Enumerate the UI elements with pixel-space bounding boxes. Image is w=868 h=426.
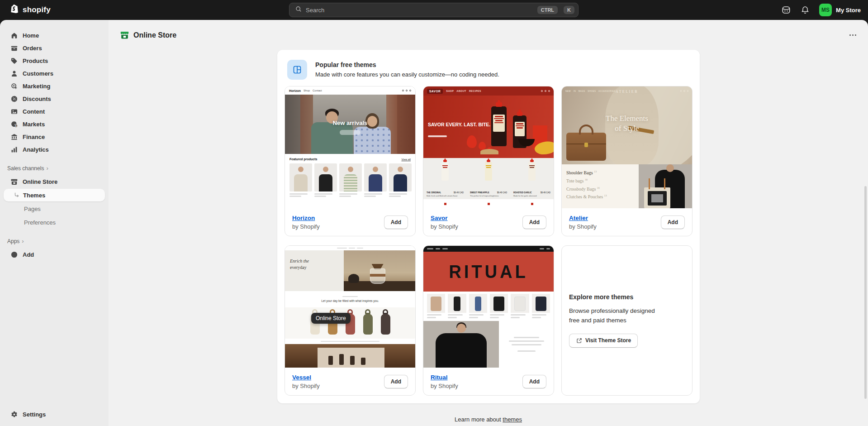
horizon-hero-heading: New arrivals [285, 120, 415, 126]
store-menu-button[interactable]: MS My Store [819, 4, 861, 16]
sidebar-label: Settings [23, 411, 46, 418]
theme-card-horizon: Horizon Shop Contact [285, 86, 416, 236]
page-title: Online Store [133, 31, 176, 39]
theme-footer-horizon: Horizonby Shopify Add [285, 208, 415, 236]
sidebar-item-content[interactable]: Content [5, 105, 103, 118]
horizon-nav-contact: Contact [313, 89, 322, 92]
sidebar-item-marketing[interactable]: Marketing [5, 80, 103, 92]
add-theme-button[interactable]: Add [384, 215, 408, 229]
sidebar-item-customers[interactable]: Customers [5, 67, 103, 80]
theme-name-link[interactable]: Ritual [431, 374, 458, 381]
sidebar-item-pages[interactable]: Pages [4, 202, 105, 215]
sidebar-label: Preferences [24, 219, 56, 226]
notifications-button[interactable] [800, 5, 810, 15]
atelier-category: Tote bags [566, 178, 583, 183]
sidebar-label: Finance [23, 134, 45, 140]
ritual-text-block [499, 321, 554, 368]
add-theme-button[interactable]: Add [522, 375, 546, 388]
orders-icon [10, 44, 18, 52]
theme-preview-savor[interactable]: SAVOR SHOPABOUTRECIPES SAVOR EVERY. LAST… [423, 86, 554, 208]
marketing-icon [10, 82, 18, 90]
sidebar-label: Themes [23, 192, 45, 199]
visit-theme-store-button[interactable]: Visit Theme Store [569, 334, 638, 348]
savor-hero-image: SAVOR EVERY. LAST. BITE. [423, 96, 554, 158]
savor-product-name: THE ORIGINAL [427, 191, 441, 194]
theme-name-link[interactable]: Savor [431, 215, 458, 221]
search-input[interactable]: Search CTRL K [289, 3, 579, 17]
sidebar-item-markets[interactable]: $Markets [5, 118, 103, 130]
savor-product-3: ROASTED GARLIC Made for the garlic obses… [510, 158, 554, 199]
ritual-product [532, 294, 550, 321]
page-header: Online Store [120, 30, 176, 40]
sidebar-item-themes[interactable]: Themes [4, 189, 105, 201]
ritual-hero-banner: RITUAL [423, 252, 554, 292]
theme-preview-ritual[interactable]: RITUAL [423, 246, 554, 368]
theme-preview-atelier[interactable]: NEW IN BAGS SHOES ACCESSORIES ATELIER Th… [562, 86, 692, 208]
apps-header[interactable]: Apps› [7, 238, 101, 244]
sidebar-item-preferences[interactable]: Preferences [4, 216, 105, 229]
horizon-hero-image: New arrivals [285, 95, 415, 154]
savor-hero-link [428, 135, 447, 137]
store-name: My Store [836, 7, 861, 14]
online-store-tooltip: Online Store [311, 313, 351, 324]
theme-preview-vessel[interactable]: Enrich theeveryday Let your day be fille… [285, 246, 415, 368]
home-icon [10, 32, 18, 39]
horizon-featured-section: Featured products View all [285, 154, 415, 208]
atelier-category-photo [639, 164, 692, 208]
vessel-tagline-band: Let your day be filled with what inspire… [285, 291, 415, 307]
atelier-brand: ATELIER [562, 90, 692, 94]
shopify-logo[interactable]: shopify [10, 4, 51, 16]
sidebar-item-add-app[interactable]: Add [5, 248, 103, 261]
sidebar-item-finance[interactable]: Finance [5, 130, 103, 143]
explore-title: Explore more themes [569, 293, 685, 301]
theme-name-link[interactable]: Atelier [569, 215, 597, 221]
scrollbar[interactable] [864, 186, 867, 399]
theme-name-link[interactable]: Vessel [292, 374, 320, 381]
sidebar-item-analytics[interactable]: Analytics [5, 143, 103, 156]
decor [485, 162, 492, 181]
ritual-hero-heading: RITUAL [449, 261, 528, 282]
theme-layout-icon [292, 65, 302, 75]
sidebar-item-discounts[interactable]: Discounts [5, 92, 103, 105]
themes-help-link[interactable]: themes [503, 416, 522, 423]
notification-bell-icon [801, 5, 810, 14]
sales-channels-header[interactable]: Sales channels› [7, 165, 101, 172]
add-theme-button[interactable]: Add [384, 375, 408, 388]
savor-product-desc: Made for the garlic obsessed [513, 195, 536, 197]
theme-author: by Shopify [292, 223, 320, 230]
visit-theme-store-label: Visit Theme Store [585, 337, 631, 344]
horizon-product-thumbnails [289, 163, 411, 197]
savor-product-price: $9.49 CAD [454, 191, 464, 194]
add-theme-button[interactable]: Add [522, 215, 546, 229]
decor [666, 164, 674, 172]
footer-text: Learn more about [455, 416, 501, 423]
add-theme-button[interactable]: Add [661, 215, 685, 229]
decor [644, 187, 670, 208]
page-footer: Learn more about themes [109, 416, 868, 423]
vessel-hero-image: Enrich theeveryday [285, 250, 415, 291]
atelier-header-icons [680, 90, 689, 92]
more-actions-button[interactable] [847, 32, 859, 38]
theme-footer-atelier: Atelierby Shopify Add [562, 208, 692, 236]
theme-preview-horizon[interactable]: Horizon Shop Contact [285, 86, 415, 208]
theme-name-link[interactable]: Horizon [292, 215, 320, 221]
sidebar-item-home[interactable]: Home [5, 29, 103, 42]
analytics-icon [10, 146, 18, 153]
sidebar-label: Marketing [23, 83, 50, 90]
theme-author: by Shopify [292, 383, 320, 389]
sidebar-item-settings[interactable]: Settings [5, 408, 103, 421]
sidebar-item-orders[interactable]: Orders [5, 42, 103, 54]
vessel-hero-photo [344, 250, 415, 291]
atelier-category-count: 13 [594, 170, 597, 173]
vessel-hero-text: Enrich theeveryday [285, 250, 344, 291]
sidebar-item-online-store[interactable]: Online Store [5, 175, 103, 188]
sidebar-item-products[interactable]: Products [5, 54, 103, 67]
sidekick-button[interactable] [781, 5, 791, 15]
decor [436, 333, 487, 368]
explore-description: Browse professionally designedfree and p… [569, 306, 685, 325]
atelier-category-count: 39 [585, 178, 588, 181]
section-title: Popular free themes [315, 61, 499, 68]
sidebar-label: Analytics [23, 146, 49, 153]
theme-author: by Shopify [569, 223, 597, 230]
decor [479, 142, 486, 150]
